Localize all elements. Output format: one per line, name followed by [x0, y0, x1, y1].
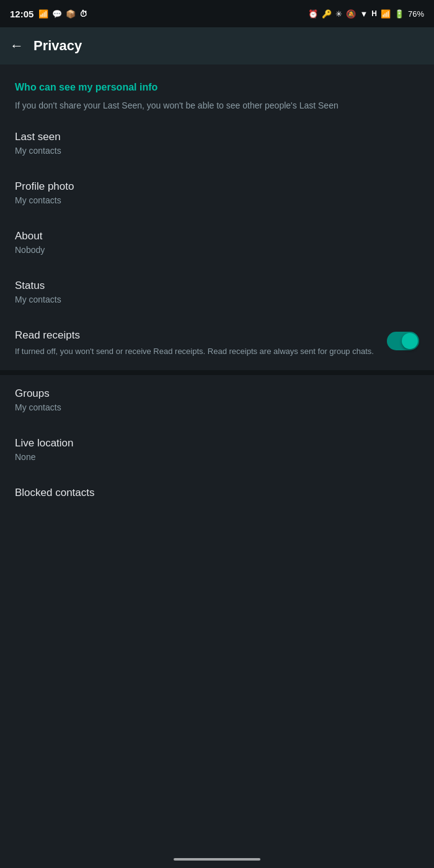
groups-value: My contacts	[15, 402, 419, 412]
profile-photo-value: My contacts	[15, 195, 419, 205]
back-button[interactable]: ←	[10, 38, 24, 54]
battery-percent: 76%	[408, 9, 424, 19]
battery-icon: 🔋	[394, 9, 404, 19]
toggle-knob	[402, 333, 418, 349]
personal-info-title: Who can see my personal info	[15, 82, 419, 93]
live-location-item[interactable]: Live location None	[0, 425, 434, 474]
read-receipts-toggle-container	[387, 332, 419, 350]
bottom-home-indicator	[174, 858, 260, 861]
last-seen-item[interactable]: Last seen My contacts	[0, 118, 434, 168]
read-receipts-label: Read receipts	[15, 329, 374, 342]
section-divider	[0, 370, 434, 375]
read-receipts-toggle[interactable]	[387, 332, 419, 350]
timer-icon: ⏱	[79, 9, 87, 19]
app-bar: ← Privacy	[0, 27, 434, 64]
groups-label: Groups	[15, 388, 419, 400]
page-title: Privacy	[33, 38, 82, 54]
signal-strength-icon: 📶	[381, 9, 391, 19]
blocked-contacts-item[interactable]: Blocked contacts	[0, 474, 434, 514]
mute-icon: 🔕	[346, 9, 356, 19]
blocked-contacts-label: Blocked contacts	[15, 487, 419, 499]
personal-info-section-header: Who can see my personal info If you don'…	[0, 64, 434, 118]
status-item[interactable]: Status My contacts	[0, 267, 434, 317]
status-value: My contacts	[15, 294, 419, 304]
alarm-icon: ⏰	[308, 9, 318, 19]
last-seen-label: Last seen	[15, 131, 419, 143]
privacy-settings-content: Who can see my personal info If you don'…	[0, 64, 434, 514]
notification-icon: 📦	[66, 9, 76, 19]
bluetooth-icon: ✳	[335, 9, 342, 19]
personal-info-description: If you don't share your Last Seen, you w…	[15, 99, 419, 112]
read-receipts-text: Read receipts If turned off, you won't s…	[15, 329, 374, 358]
status-bar: 12:05 📶 💬 📦 ⏱ ⏰ 🔑 ✳ 🔕 ▼ H 📶 🔋 76%	[0, 0, 434, 27]
about-value: Nobody	[15, 245, 419, 255]
last-seen-value: My contacts	[15, 146, 419, 156]
read-receipts-description: If turned off, you won't send or receive…	[15, 345, 374, 358]
network-h-icon: H	[371, 9, 377, 18]
key-icon: 🔑	[322, 9, 332, 19]
about-item[interactable]: About Nobody	[0, 218, 434, 267]
live-location-label: Live location	[15, 437, 419, 450]
profile-photo-label: Profile photo	[15, 180, 419, 193]
groups-item[interactable]: Groups My contacts	[0, 375, 434, 425]
chat-bubble-icon: 💬	[52, 9, 62, 19]
live-location-value: None	[15, 452, 419, 462]
status-label: Status	[15, 280, 419, 292]
profile-photo-item[interactable]: Profile photo My contacts	[0, 168, 434, 218]
time-display: 12:05	[10, 9, 33, 19]
about-label: About	[15, 230, 419, 242]
signal-bars-icon: 📶	[38, 9, 48, 19]
wifi-icon: ▼	[360, 9, 368, 19]
read-receipts-item[interactable]: Read receipts If turned off, you won't s…	[0, 317, 434, 370]
